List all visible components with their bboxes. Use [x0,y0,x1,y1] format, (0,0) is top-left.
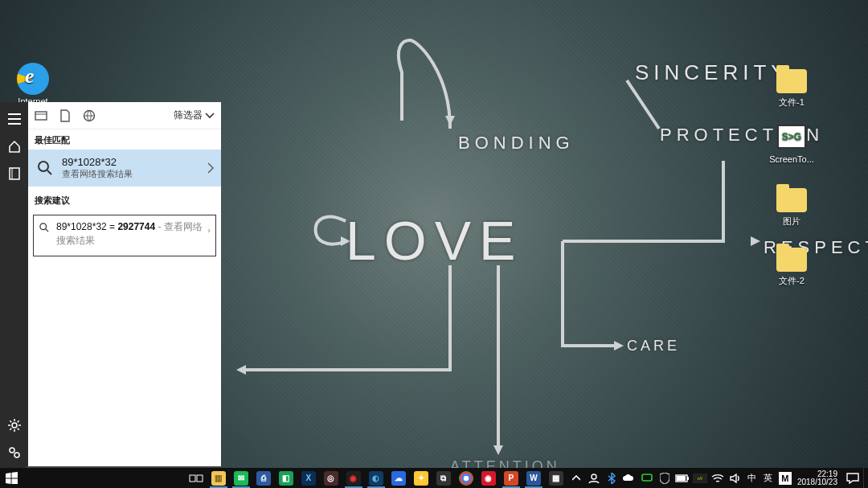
taskbar-app-generic-2[interactable]: ◧ [275,468,297,488]
svg-point-6 [39,162,48,171]
svg-rect-12 [642,474,652,481]
suggestions-box: 89*1028*32 = 2927744 - 查看网络搜索结果 › [33,215,216,256]
svg-rect-9 [190,475,195,482]
taskbar-app-generic-7[interactable]: ⧉ [432,468,455,488]
tray-chat-icon[interactable] [638,468,656,488]
chevron-down-icon [205,112,215,120]
tray-ime-m[interactable]: M [776,468,794,488]
settings-icon[interactable] [7,418,22,433]
chevron-right-icon[interactable]: › [207,225,211,235]
desktop-icon-pictures[interactable]: 图片 [764,182,820,228]
svg-point-2 [10,448,14,453]
taskbar-app-generic-8[interactable]: ◉ [477,468,500,488]
svg-rect-15 [677,476,686,481]
taskbar-app-generic-1[interactable]: ⎙ [252,468,275,488]
suggestion-text: 89*1028*32 = 2927744 - 查看网络搜索结果 [56,220,211,248]
desktop-icon-label: 文件-1 [764,96,820,109]
desktop-icon-file2[interactable]: 文件-2 [764,241,820,287]
taskbar-app-generic-5[interactable]: ◉ [342,468,365,488]
tab-documents-icon[interactable] [59,109,72,122]
best-match-item[interactable]: 89*1028*32 查看网络搜索结果 [28,150,221,187]
taskbar-app-generic-9[interactable]: ▦ [545,468,567,488]
tray-ime-lang2[interactable]: 英 [760,468,776,488]
filter-label: 筛选器 [174,109,203,122]
desktop-icon-screentogif[interactable]: S>G ScreenTo... [764,121,820,164]
chevron-right-icon[interactable] [207,162,215,174]
svg-rect-0 [10,168,19,179]
folder-icon [776,63,808,95]
taskbar-app-browser[interactable]: ◐ [365,468,387,488]
ie-icon [17,63,49,95]
svg-rect-4 [35,112,47,120]
tray-ime-lang1[interactable]: 中 [744,468,760,488]
best-match-title: 89*1028*32 [62,156,133,168]
svg-point-1 [12,423,17,428]
action-center-button[interactable] [842,473,863,484]
show-desktop-button[interactable] [863,468,868,488]
folder-icon [776,241,808,273]
tray-nvidia-icon[interactable]: nV [691,468,709,488]
svg-rect-10 [197,475,203,482]
clock-date: 2018/10/23 [797,478,837,486]
folder-icon [776,182,808,214]
svg-rect-14 [687,477,689,480]
best-match-header: 最佳匹配 [28,129,221,150]
system-tray: nV 中 英 M 22:19 2018/10/23 [567,468,868,488]
taskbar-app-word[interactable]: W [522,468,545,488]
tab-all-icon[interactable] [35,109,47,122]
tray-onedrive-icon[interactable] [620,468,638,488]
windows-icon [6,472,18,484]
suggestion-item[interactable]: 89*1028*32 = 2927744 - 查看网络搜索结果 › [39,220,211,248]
screentogif-icon: S>G [776,121,808,153]
taskbar-apps: ▥ ✉ ⎙ ◧ X ◎ ◉ ◐ ☁ ✦ ⧉ ◉ P W ▦ [182,468,567,488]
cortana-tabs-row: 筛选器 [28,102,221,129]
tab-web-icon[interactable] [83,109,96,122]
search-icon [39,222,50,233]
tray-wifi-icon[interactable] [709,468,727,488]
taskbar-app-explorer[interactable]: ▥ [207,468,230,488]
search-icon [36,159,54,177]
taskbar-app-chrome[interactable] [455,468,477,488]
wallpaper-text-care: CARE [627,338,680,355]
desktop-icon-label: 图片 [764,215,820,228]
menu-icon[interactable] [7,112,22,126]
taskbar-app-wechat[interactable]: ✉ [230,468,252,488]
taskbar-app-cloud[interactable]: ☁ [387,468,410,488]
svg-point-3 [14,453,19,457]
wallpaper-text-love: LOVE [346,209,523,272]
tray-security-icon[interactable] [656,468,674,488]
desktop-icon-label: ScreenTo... [764,154,820,164]
taskbar-app-generic-4[interactable]: ◎ [320,468,342,488]
task-view-button[interactable] [185,468,207,488]
cortana-sidebar [0,102,28,468]
svg-point-7 [40,223,47,230]
suggestions-header: 搜索建议 [28,187,221,210]
taskbar: ▥ ✉ ⎙ ◧ X ◎ ◉ ◐ ☁ ✦ ⧉ ◉ P W ▦ nV 中 英 M 2… [0,468,868,488]
taskbar-app-generic-3[interactable]: X [297,468,320,488]
cortana-results-pane: 筛选器 最佳匹配 89*1028*32 查看网络搜索结果 搜索建议 89*102… [28,102,221,468]
feedback-icon[interactable] [7,445,22,460]
wallpaper-text-bonding: BONDING [458,133,575,154]
home-icon[interactable] [7,139,22,154]
tray-people-icon[interactable] [585,468,603,488]
taskbar-app-generic-6[interactable]: ✦ [410,468,432,488]
filter-dropdown[interactable]: 筛选器 [174,109,215,122]
best-match-subtitle: 查看网络搜索结果 [62,168,133,180]
start-button[interactable] [0,468,23,488]
tray-bluetooth-icon[interactable] [603,468,620,488]
svg-point-11 [592,474,596,479]
taskbar-clock[interactable]: 22:19 2018/10/23 [794,470,842,486]
tray-overflow-icon[interactable] [567,468,585,488]
desktop-icon-label: 文件-2 [764,275,820,287]
desktop-icon-file1[interactable]: 文件-1 [764,63,820,109]
tray-battery-icon[interactable] [674,468,691,488]
taskbar-app-powerpoint[interactable]: P [500,468,522,488]
notebook-icon[interactable] [7,166,22,181]
tray-volume-icon[interactable] [727,468,744,488]
